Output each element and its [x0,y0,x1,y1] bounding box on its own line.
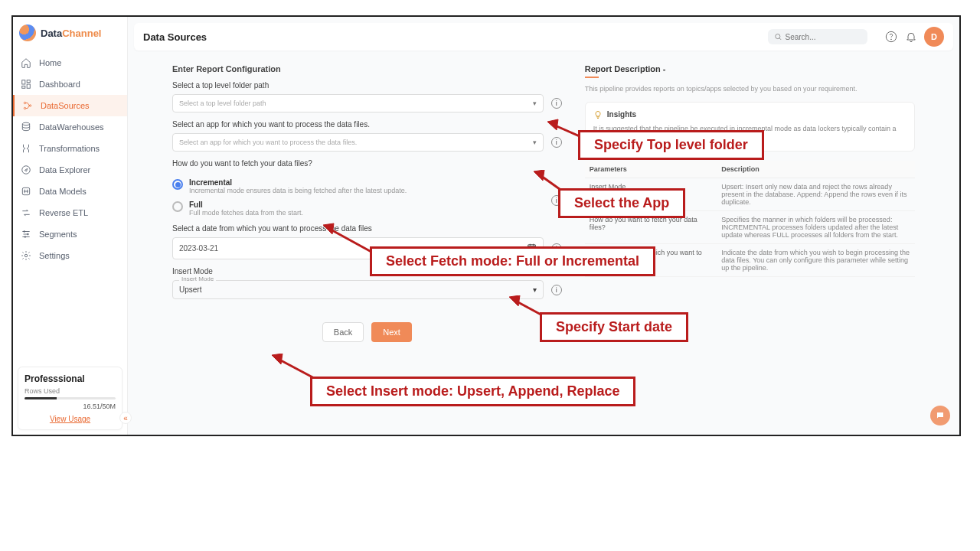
desc-cell: Indicate the date from which you wish to… [717,243,915,276]
nav-label: Data Explorer [39,165,90,174]
nav-label: DataSources [41,101,90,110]
logo-icon [19,24,36,41]
svg-point-8 [22,166,31,174]
explorer-icon [21,165,31,175]
nav-datasources[interactable]: DataSources [13,95,127,116]
brand-prefix: Data [41,28,62,39]
radio-incremental-sub: Incremental mode ensures data is being f… [189,187,407,194]
plan-rows-label: Rows Used [24,387,116,395]
radio-incremental-title: Incremental [189,178,407,187]
nav-dashboard[interactable]: Dashboard [13,73,127,95]
search-field[interactable] [768,29,867,44]
svg-point-14 [776,34,780,39]
button-row: Back Next [172,322,562,342]
callout-fetch: Select Fetch mode: Full or Incremental [370,246,655,276]
nav-label: Transformations [39,144,100,153]
plan-usage: 16.51/50M [24,403,116,410]
svg-point-7 [22,122,29,126]
main-content: Enter Report Configuration Select a top … [134,57,953,429]
gear-icon [21,250,31,261]
nav-warehouses[interactable]: DataWarehouses [13,116,127,138]
svg-rect-2 [27,84,30,88]
models-icon [21,186,31,197]
svg-rect-3 [22,86,25,88]
next-button[interactable]: Next [371,322,412,342]
form-column: Enter Report Configuration Select a top … [172,64,562,342]
datasource-icon [22,100,33,111]
insights-title-text: Insights [607,110,636,119]
help-icon[interactable] [884,30,898,44]
report-description-title: Report Description - [585,64,915,73]
nav-settings[interactable]: Settings [13,245,127,266]
nav-explorer[interactable]: Data Explorer [13,159,127,181]
table-header-parameters: Parameters [585,161,717,178]
chat-button[interactable] [930,406,950,425]
chat-icon [936,411,945,420]
callout-insert: Select Insert mode: Upsert, Append, Repl… [310,377,635,406]
avatar[interactable]: D [924,27,944,47]
app-placeholder: Select an app for which you want to proc… [179,139,357,146]
chevron-down-icon: ▾ [533,99,537,107]
warehouse-icon [21,122,31,132]
view-usage-link[interactable]: View Usage [24,415,116,423]
title-underline [585,77,599,78]
form-heading: Enter Report Configuration [172,64,562,73]
app-label: Select an app for which you want to proc… [172,120,562,129]
svg-marker-30 [272,354,283,364]
bulb-icon [593,110,603,119]
bell-icon[interactable] [904,30,918,44]
insights-title: Insights [593,110,906,119]
plan-card: Professsional Rows Used 16.51/50M View U… [18,367,122,430]
table-header-description: Description [717,161,915,178]
search-icon [774,32,782,41]
svg-point-20 [941,415,942,416]
nav-label: DataWarehouses [39,122,104,132]
insert-mode-legend: Insert Mode [179,276,216,282]
transform-icon [21,143,31,154]
info-icon[interactable]: i [551,98,562,109]
brand-logo: DataChannel [13,17,127,52]
sidebar-collapse-button[interactable]: « [119,412,132,424]
svg-point-16 [891,39,892,40]
nav-segments[interactable]: Segments [13,223,127,245]
folder-placeholder: Select a top level folder path [179,99,266,107]
nav-transformations[interactable]: Transformations [13,138,127,159]
sidebar: DataChannel Home Dashboard DataSources D… [13,17,128,435]
back-button[interactable]: Back [322,322,364,342]
svg-marker-24 [534,170,544,181]
radio-incremental[interactable]: Incremental Incremental mode ensures dat… [172,178,544,194]
nav-label: Settings [39,251,70,260]
segments-icon [21,229,31,240]
insert-mode-select[interactable]: Insert Mode Upsert ▾ [172,280,544,299]
usage-bar-fill [24,397,57,399]
insert-mode-value: Upsert [179,285,201,294]
chevron-down-icon: ▾ [533,139,537,146]
callout-date: Specify Start date [540,312,688,342]
desc-cell: Specifies the manner in which folders wi… [717,210,915,243]
reverse-etl-icon [21,207,31,218]
chevron-down-icon: ▾ [533,285,537,294]
svg-rect-0 [22,80,25,84]
brand-name: DataChannel [41,28,101,39]
info-icon[interactable]: i [551,285,562,295]
search-input[interactable] [785,33,861,41]
nav-models[interactable]: Data Models [13,181,127,202]
dashboard-icon [21,79,31,90]
app-select[interactable]: Select an app for which you want to proc… [172,133,544,152]
nav-label: Home [39,58,61,67]
desc-cell: Upsert: Insert only new data and reject … [717,178,915,210]
brand-suffix: Channel [62,28,101,39]
folder-select[interactable]: Select a top level folder path ▾ [172,94,544,112]
svg-point-18 [939,415,939,416]
plan-title: Professsional [24,373,116,384]
svg-point-13 [24,254,28,257]
nav-home[interactable]: Home [13,52,127,73]
page-title: Data Sources [143,31,207,43]
header-actions: D [884,27,944,47]
fetch-label: How do you want to fetch your data files… [172,159,562,168]
svg-marker-26 [323,223,334,234]
svg-point-4 [24,102,25,103]
nav-reverse-etl[interactable]: Reverse ETL [13,202,127,223]
nav-label: Segments [39,230,77,239]
radio-full[interactable]: Full Full mode fetches data from the sta… [172,201,544,217]
